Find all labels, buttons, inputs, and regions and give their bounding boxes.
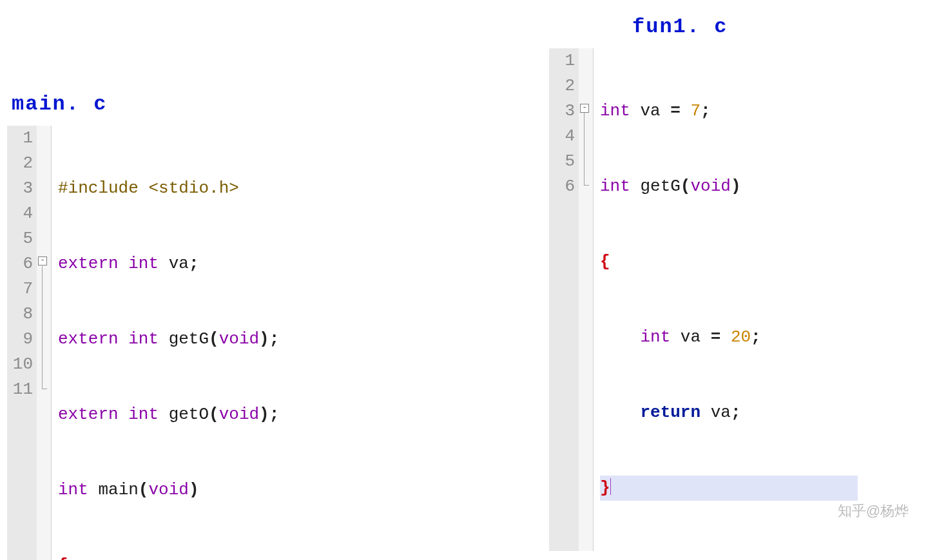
code-line: int va = 7; [600,99,858,124]
code-line: { [58,553,522,560]
code-line: int getG(void) [600,174,858,199]
main-file-block: main. c 1 2 3 4 5 6 7 8 9 10 11 - #inc [6,6,523,560]
code-line: } [600,476,858,501]
gutter-fun1: 1 2 3 4 5 6 [549,48,579,551]
code-block-main: 1 2 3 4 5 6 7 8 9 10 11 - #include <stdi… [6,125,523,560]
code-fun1: int va = 7; int getG(void) { int va = 20… [594,48,858,551]
code-line: extern int getO(void); [58,402,522,427]
right-column: fun1. c 1 2 3 4 5 6 - int va = 7; in [548,6,871,560]
fold-minus-icon[interactable]: - [38,256,47,266]
code-line: int va = 20; [600,325,858,350]
file-title-fun1: fun1. c [632,12,871,43]
code-line: extern int getG(void); [58,327,522,352]
code-line: return va; [600,400,858,425]
fold-col-main: - [37,126,52,560]
code-block-fun1: 1 2 3 4 5 6 - int va = 7; int getG(void)… [548,48,871,552]
code-main: #include <stdio.h> extern int va; extern… [52,126,522,560]
fold-col-fun1: - [579,48,594,551]
gutter-main: 1 2 3 4 5 6 7 8 9 10 11 [7,126,37,560]
layout: main. c 1 2 3 4 5 6 7 8 9 10 11 - #inc [6,6,922,560]
file-title-main: main. c [12,89,523,120]
code-line: #include <stdio.h> [58,176,522,201]
code-line: int main(void) [58,478,522,503]
caret-icon [610,478,611,495]
code-line: { [600,249,858,275]
fun1-file-block: fun1. c 1 2 3 4 5 6 - int va = 7; in [548,6,871,552]
code-line: extern int va; [58,251,522,276]
fold-minus-icon[interactable]: - [580,104,589,113]
